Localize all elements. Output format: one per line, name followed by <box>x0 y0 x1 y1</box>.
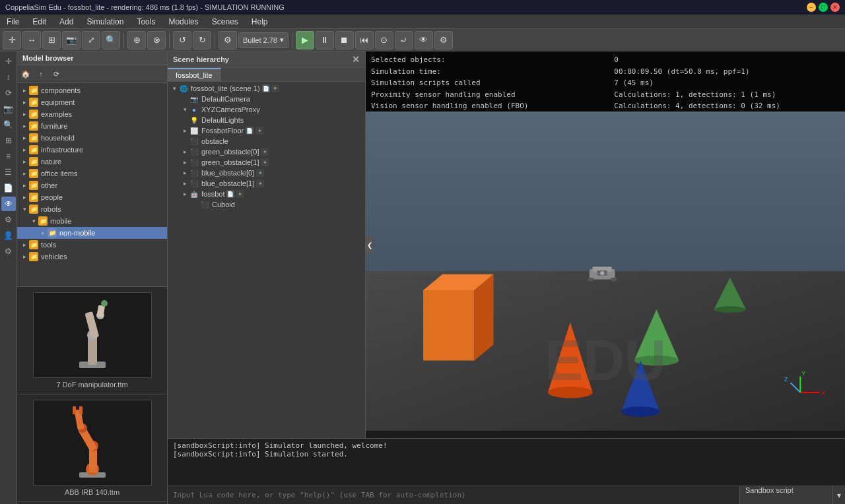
realtime-button[interactable]: ⊙ <box>375 31 393 49</box>
obj-translate-button[interactable]: ⊕ <box>127 31 146 49</box>
svg-text:X: X <box>821 390 825 396</box>
dynamics-button[interactable]: ⚙ <box>219 31 237 49</box>
sidebar-settings-icon[interactable]: ⚙ <box>1 244 16 259</box>
config-button[interactable]: ⚙ <box>434 31 453 49</box>
tree-item-office-items[interactable]: ▸ 📁 office items <box>17 168 167 179</box>
robot-arm-svg-2 <box>40 403 145 482</box>
tree-item-tools[interactable]: ▸ 📁 tools <box>17 239 167 251</box>
scene-node-obstacle[interactable]: ⬛ obstacle <box>168 136 365 146</box>
tree-item-furniture[interactable]: ▸ 📁 furniture <box>17 120 167 132</box>
scene-node-fossbotfloor[interactable]: ▸ ⬜ FossbotFloor 📄 ✦ <box>168 125 365 136</box>
menu-help[interactable]: Help <box>245 15 275 28</box>
tree-item-non-mobile[interactable]: ▸ 📁 non-mobile <box>17 227 167 239</box>
pause-button[interactable]: ⏸ <box>316 31 334 49</box>
sidebar-move-icon[interactable]: ↕ <box>1 70 16 84</box>
tree-item-robots[interactable]: ▾ 📁 robots <box>17 203 167 215</box>
extra-icon-fossbot: ✦ <box>271 84 279 92</box>
sidebar-rotate-icon[interactable]: ⟳ <box>1 86 16 100</box>
scene-node-defaultlights[interactable]: 💡 DefaultLights <box>168 115 365 125</box>
mb-up-button[interactable]: ↑ <box>34 67 48 81</box>
label-tools: tools <box>41 241 164 249</box>
physics-engine-dropdown[interactable]: Bullet 2.78 ▾ <box>238 32 288 48</box>
dropdown-arrow-button[interactable]: ▾ <box>832 486 845 504</box>
sidebar-camera-icon[interactable]: 📷 <box>1 102 16 116</box>
folder-icon-furniture: 📁 <box>29 121 38 131</box>
cube-icon-cuboid: ⬛ <box>199 201 210 208</box>
label-office-items: office items <box>41 170 164 177</box>
scene-node-blue1[interactable]: ▸ ⬛ blue_obstacle[1] ✦ <box>168 178 365 189</box>
window-title: CoppeliaSim Edu - fossbot_lite - renderi… <box>5 3 807 11</box>
menu-add[interactable]: Add <box>53 15 80 28</box>
sidebar-user-icon[interactable]: 👤 <box>1 228 16 243</box>
tree-item-vehicles[interactable]: ▸ 📁 vehicles <box>17 251 167 263</box>
scene-node-blue0[interactable]: ▸ ⬛ blue_obstacle[0] ✦ <box>168 168 365 178</box>
scene-hierarchy-close[interactable]: ✕ <box>352 54 360 65</box>
preview-item-2[interactable]: ABB IRB 140.ttm <box>17 394 167 502</box>
camera-rotate-button[interactable]: ⤢ <box>82 31 100 49</box>
menu-edit[interactable]: Edit <box>26 15 53 28</box>
console-input-field[interactable] <box>168 486 739 504</box>
sidebar-physics-icon[interactable]: ⚙ <box>1 212 16 227</box>
scene-node-fossbot[interactable]: ▸ 🤖 fossbot 📄 ✦ <box>168 189 365 199</box>
scene-node-green0[interactable]: ▸ ⬛ green_obstacle[0] ✦ <box>168 146 365 157</box>
sidebar-visual-icon[interactable]: 👁 <box>1 197 16 211</box>
close-button[interactable]: ✕ <box>830 3 840 12</box>
scale-tool-button[interactable]: ⊞ <box>42 31 61 49</box>
menu-scenes[interactable]: Scenes <box>205 15 245 28</box>
menu-simulation[interactable]: Simulation <box>80 15 130 28</box>
pointer-tool-button[interactable]: ✛ <box>3 31 21 49</box>
floor-icon-fossbotfloor: ⬜ <box>189 127 199 135</box>
tree-item-infrastructure[interactable]: ▸ 📁 infrastructure <box>17 144 167 156</box>
menu-file[interactable]: File <box>0 15 26 28</box>
play-button[interactable]: ▶ <box>296 31 314 49</box>
step-forward-button[interactable]: ⤾ <box>395 31 413 49</box>
obj-rotate-button[interactable]: ⊗ <box>147 31 166 49</box>
expander-green1: ▸ <box>181 159 189 166</box>
maximize-button[interactable]: □ <box>819 3 828 12</box>
visible-button[interactable]: 👁 <box>415 31 433 49</box>
expand-panel-arrow[interactable]: ❮ <box>366 236 374 254</box>
mb-home-button[interactable]: 🏠 <box>18 67 33 81</box>
scene-tab-fossbot[interactable]: fossbot_lite <box>168 68 221 81</box>
menu-tools[interactable]: Tools <box>130 15 162 28</box>
mb-refresh-button[interactable]: ⟳ <box>49 67 63 81</box>
tree-item-other[interactable]: ▸ 📁 other <box>17 179 167 191</box>
minimize-button[interactable]: − <box>807 3 816 12</box>
preview-item-1[interactable]: 7 DoF manipulator.ttm <box>17 287 167 394</box>
svg-rect-14 <box>73 406 76 414</box>
tree-item-components[interactable]: ▸ 📁 components <box>17 84 167 96</box>
folder-icon-examples: 📁 <box>29 110 38 119</box>
sandbox-script-dropdown[interactable]: Sandbox script <box>739 486 832 504</box>
redo-button[interactable]: ↻ <box>193 31 211 49</box>
label-equipment: equipment <box>41 98 164 106</box>
model-browser-panel: Model browser 🏠 ↑ ⟳ ▸ 📁 components ▸ 📁 e… <box>17 51 168 504</box>
tree-item-mobile[interactable]: ▾ 📁 mobile <box>17 215 167 227</box>
tree-item-examples[interactable]: ▸ 📁 examples <box>17 108 167 120</box>
undo-button[interactable]: ↺ <box>173 31 191 49</box>
tree-item-nature[interactable]: ▸ 📁 nature <box>17 156 167 168</box>
sidebar-transform-icon[interactable]: ✛ <box>1 54 16 69</box>
tree-item-household[interactable]: ▸ 📁 household <box>17 132 167 144</box>
console-line-1: [sandboxScript:info] Simulator launched,… <box>173 441 840 450</box>
scene-node-green1[interactable]: ▸ ⬛ green_obstacle[1] ✦ <box>168 157 365 168</box>
scene-node-cuboid[interactable]: ⬛ Cuboid <box>168 199 365 210</box>
sidebar-search-icon[interactable]: 🔍 <box>1 117 16 132</box>
scene-node-defaultcamera[interactable]: 📷 DefaultCamera <box>168 94 365 104</box>
sidebar-layer-icon[interactable]: ≡ <box>1 149 16 164</box>
sidebar-snap-icon[interactable]: ⊞ <box>1 133 16 148</box>
scene-node-fossbot-lite[interactable]: ▾ 🌐 fossbot_lite (scene 1) 📄 ✦ <box>168 83 365 94</box>
rotate-tool-button[interactable]: ↔ <box>22 31 41 49</box>
scene-node-xyzcamera[interactable]: ▾ ● XYZCameraProxy <box>168 104 365 115</box>
stop-button[interactable]: ⏹ <box>335 31 354 49</box>
svg-marker-29 <box>423 290 474 360</box>
camera-tool-button[interactable]: 📷 <box>62 31 81 49</box>
expander-blue1: ▸ <box>181 180 189 187</box>
tree-item-equipment[interactable]: ▸ 📁 equipment <box>17 96 167 108</box>
search-button[interactable]: 🔍 <box>102 31 120 49</box>
menu-modules[interactable]: Modules <box>162 15 205 28</box>
step-back-button[interactable]: ⏮ <box>355 31 374 49</box>
left-sidebar: ✛ ↕ ⟳ 📷 🔍 ⊞ ≡ ☰ 📄 👁 ⚙ 👤 ⚙ <box>0 51 17 504</box>
sidebar-properties-icon[interactable]: ☰ <box>1 165 16 179</box>
sidebar-script-icon[interactable]: 📄 <box>1 181 16 195</box>
tree-item-people[interactable]: ▸ 📁 people <box>17 191 167 203</box>
